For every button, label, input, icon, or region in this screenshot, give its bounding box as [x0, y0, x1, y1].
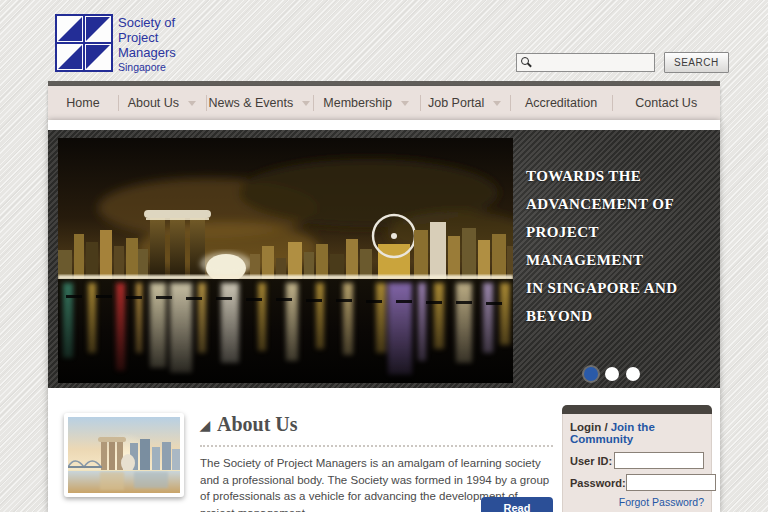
nav-item-membership[interactable]: Membership	[313, 86, 420, 120]
chevron-down-icon	[302, 101, 310, 110]
logo-quadrant	[56, 43, 84, 71]
password-row: Password:	[570, 474, 704, 491]
brand-name: Society of Project Managers	[118, 15, 176, 60]
search-box	[516, 53, 655, 73]
content-panel: TOWARDS THE ADVANCEMENT OF PROJECT MANAG…	[48, 120, 720, 512]
main-nav: Home About Us News & Events Membership J…	[48, 86, 720, 120]
carousel-dot-1[interactable]	[584, 367, 598, 381]
nav-item-about-us[interactable]: About Us	[118, 86, 206, 120]
about-section: ◢ About Us The Society of Project Manage…	[200, 413, 553, 512]
login-panel-cap	[562, 405, 712, 414]
password-field[interactable]	[626, 474, 716, 491]
user-id-row: User ID:	[570, 452, 704, 469]
hero-headline: TOWARDS THE ADVANCEMENT OF PROJECT MANAG…	[526, 162, 712, 330]
login-panel-body: Login /Join the Community User ID: Passw…	[562, 414, 712, 512]
nav-item-home[interactable]: Home	[48, 86, 118, 120]
logo-quadrant	[56, 15, 84, 43]
search-input[interactable]	[516, 53, 655, 72]
nav-item-contact-us[interactable]: Contact Us	[612, 86, 720, 120]
page: Society of Project Managers Singapore SE…	[0, 0, 768, 512]
about-heading: ◢ About Us	[200, 413, 553, 436]
dotted-divider	[200, 445, 553, 447]
login-panel: Login /Join the Community User ID: Passw…	[562, 405, 712, 512]
triangle-marker-icon: ◢	[200, 418, 210, 434]
hero-image	[58, 138, 513, 383]
forgot-password-link[interactable]: Forgot Password?	[570, 496, 704, 508]
search-area: SEARCH	[516, 52, 729, 73]
brand-region: Singapore	[118, 61, 176, 73]
chevron-down-icon	[401, 101, 409, 110]
brand-text: Society of Project Managers Singapore	[118, 15, 176, 73]
user-id-field[interactable]	[614, 452, 704, 469]
user-id-label: User ID:	[570, 455, 612, 467]
nav-item-accreditation[interactable]: Accreditation	[510, 86, 613, 120]
about-thumbnail[interactable]	[64, 413, 184, 497]
logo-quadrant	[84, 43, 112, 71]
nav-item-job-portal[interactable]: Job Portal	[420, 86, 510, 120]
spm-logo[interactable]	[55, 14, 113, 72]
password-label: Password:	[570, 477, 626, 489]
about-heading-text: About Us	[217, 413, 298, 436]
login-title: Login /Join the Community	[570, 421, 704, 445]
logo-quadrant	[84, 15, 112, 43]
search-icon	[521, 57, 529, 65]
hero-carousel: TOWARDS THE ADVANCEMENT OF PROJECT MANAG…	[48, 130, 720, 388]
carousel-dot-2[interactable]	[605, 367, 619, 381]
carousel-dots	[584, 367, 640, 381]
chevron-down-icon	[188, 101, 196, 110]
chevron-down-icon	[493, 101, 501, 110]
carousel-dot-3[interactable]	[626, 367, 640, 381]
about-thumbnail-image	[68, 417, 180, 493]
login-title-text: Login /	[570, 421, 608, 433]
read-more-button[interactable]: Read More	[481, 497, 553, 512]
search-button[interactable]: SEARCH	[664, 52, 729, 73]
nav-item-news-events[interactable]: News & Events	[206, 86, 313, 120]
